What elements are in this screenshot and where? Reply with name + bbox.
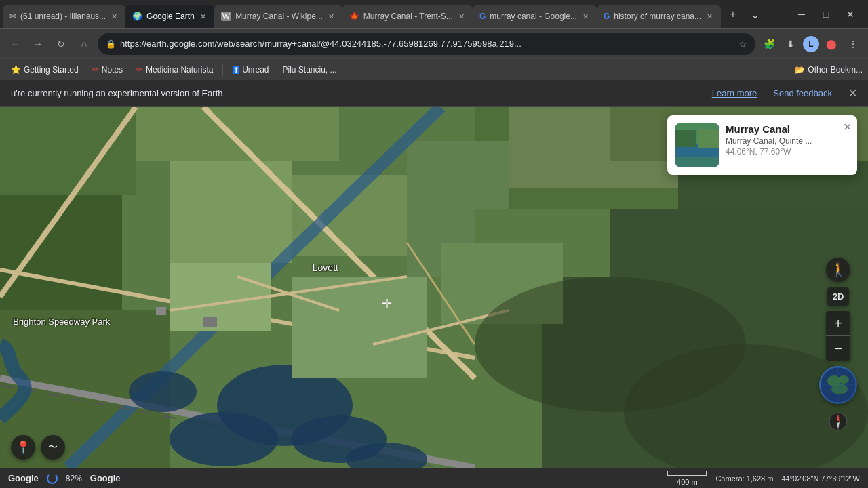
coordinates-display: 44°02'08"N 77°39'12"W bbox=[781, 474, 860, 483]
google-logo-status: Google bbox=[8, 473, 39, 483]
tab-trent-title: Murray Canal - Trent-S... bbox=[363, 12, 453, 21]
bookmark-unread[interactable]: f Unread bbox=[227, 64, 274, 76]
tab-earth-favicon: 🌍 bbox=[132, 12, 142, 21]
tab-wiki-close[interactable]: ✕ bbox=[327, 11, 336, 22]
maximize-button[interactable]: □ bbox=[816, 5, 835, 24]
close-window-button[interactable]: ✕ bbox=[841, 5, 860, 24]
bookmark-pilu[interactable]: Pilu Stanciu, ... bbox=[277, 64, 342, 76]
reload-button[interactable]: ↻ bbox=[52, 35, 71, 54]
info-card-content: Murray Canal Murray Canal, Quinte ... 44… bbox=[726, 123, 849, 157]
bookmark-notes[interactable]: ✏ Notes bbox=[87, 64, 128, 76]
url-display: https://earth.google.com/web/search/murr… bbox=[120, 39, 734, 49]
zoom-in-button[interactable]: + bbox=[826, 311, 850, 336]
status-bar: Google 82% Google 400 m Camera: 1,628 m … bbox=[0, 468, 868, 488]
other-bookmarks[interactable]: 📂 Other Bookm... bbox=[795, 65, 863, 75]
map-container[interactable]: Lovett Brighton Speedway Park Murray Can… bbox=[0, 107, 868, 468]
map-controls-right: 🚶 2D + − bbox=[819, 258, 857, 434]
info-card-close-button[interactable]: ✕ bbox=[843, 121, 852, 134]
tab-earth-close[interactable]: ✕ bbox=[199, 11, 208, 22]
svg-rect-25 bbox=[292, 277, 427, 378]
new-tab-button[interactable]: + bbox=[724, 5, 743, 24]
tab-email-close[interactable]: ✕ bbox=[110, 11, 119, 22]
view-2d-button[interactable]: 2D bbox=[827, 287, 850, 306]
tab-murray-wiki[interactable]: W Murray Canal - Wikipe... ✕ bbox=[214, 5, 342, 28]
bookmarks-bar: ⭐ Getting Started ✏ Notes ✏ Medicina Nat… bbox=[0, 58, 868, 80]
notification-bar: u're currently running an experimental v… bbox=[0, 80, 868, 107]
scale-bar: 400 m bbox=[667, 471, 707, 486]
svg-rect-2 bbox=[136, 107, 339, 161]
tab-murray-trent[interactable]: 🍁 Murray Canal - Trent-S... ✕ bbox=[342, 5, 473, 28]
tab-g2-close[interactable]: ✕ bbox=[705, 11, 714, 22]
scale-label: 400 m bbox=[677, 478, 698, 486]
compass-button[interactable] bbox=[826, 409, 850, 434]
svg-rect-28 bbox=[203, 317, 217, 327]
zoom-level-display: 82% bbox=[66, 474, 82, 483]
tab-trent-favicon: 🍁 bbox=[349, 12, 359, 21]
bookmark-medicina-icon: ✏ bbox=[136, 65, 143, 75]
tab-bar: ✉ (61 unread) - lilianaus... ✕ 🌍 Google … bbox=[0, 0, 868, 28]
loading-indicator bbox=[47, 473, 58, 484]
info-card-coords: 44.06°N, 77.60°W bbox=[726, 147, 849, 157]
tab-google-earth[interactable]: 🌍 Google Earth ✕ bbox=[125, 5, 214, 28]
bookmark-medicina[interactable]: ✏ Medicina Naturista bbox=[131, 64, 218, 76]
nav-right-controls: 🧩 ⬇ L ⬤ ⋮ bbox=[760, 35, 863, 54]
location-button[interactable]: 📍 bbox=[11, 435, 35, 460]
back-button[interactable]: ← bbox=[5, 35, 24, 54]
bookmark-getting-started[interactable]: ⭐ Getting Started bbox=[5, 64, 84, 76]
svg-point-46 bbox=[831, 384, 848, 394]
bookmark-getting-started-icon: ⭐ bbox=[11, 65, 21, 75]
navigation-bar: ← → ↻ ⌂ 🔒 https://earth.google.com/web/s… bbox=[0, 28, 868, 58]
firefox-icon[interactable]: ⬤ bbox=[822, 35, 841, 54]
minimize-button[interactable]: ─ bbox=[792, 5, 811, 24]
svg-rect-40 bbox=[675, 130, 696, 147]
tab-google-search2[interactable]: G history of murray cana... ✕ bbox=[597, 5, 721, 28]
home-button[interactable]: ⌂ bbox=[75, 35, 94, 54]
info-card-header: Murray Canal Murray Canal, Quinte ... 44… bbox=[675, 123, 849, 167]
street-view-button[interactable]: 🚶 bbox=[826, 258, 850, 282]
send-feedback-button[interactable]: Send feedback bbox=[773, 88, 832, 98]
bookmark-unread-icon: f bbox=[233, 66, 239, 74]
tab-email[interactable]: ✉ (61 unread) - lilianaus... ✕ bbox=[3, 5, 125, 28]
measure-button[interactable]: 〜 bbox=[41, 435, 65, 460]
other-bookmarks-label: Other Bookm... bbox=[808, 65, 863, 75]
bookmark-medicina-label: Medicina Naturista bbox=[146, 65, 213, 75]
compass-icon bbox=[829, 412, 848, 431]
info-card-thumbnail bbox=[675, 123, 719, 167]
svg-point-22 bbox=[129, 371, 197, 412]
tab-g1-close[interactable]: ✕ bbox=[581, 11, 590, 22]
scale-line bbox=[667, 471, 707, 476]
bookmark-notes-icon: ✏ bbox=[92, 65, 99, 75]
tab-trent-close[interactable]: ✕ bbox=[457, 11, 466, 22]
address-bar[interactable]: 🔒 https://earth.google.com/web/search/mu… bbox=[98, 33, 755, 55]
bookmark-star-icon[interactable]: ☆ bbox=[738, 39, 747, 49]
camera-altitude: Camera: 1,628 m bbox=[715, 474, 773, 483]
forward-button[interactable]: → bbox=[28, 35, 47, 54]
svg-point-45 bbox=[838, 375, 849, 384]
info-card-title: Murray Canal bbox=[726, 123, 849, 135]
tab-g1-favicon: G bbox=[479, 12, 486, 21]
bookmark-getting-started-label: Getting Started bbox=[24, 65, 79, 75]
notification-close-button[interactable]: ✕ bbox=[848, 87, 857, 100]
svg-rect-41 bbox=[698, 129, 719, 148]
svg-rect-39 bbox=[675, 157, 719, 167]
tab-g2-favicon: G bbox=[604, 12, 610, 21]
tab-g1-title: murray canal - Google... bbox=[490, 12, 577, 21]
globe-icon bbox=[819, 366, 857, 404]
learn-more-link[interactable]: Learn more bbox=[712, 88, 757, 98]
zoom-controls: + − bbox=[826, 311, 850, 361]
bookmark-pilu-label: Pilu Stanciu, ... bbox=[282, 65, 336, 75]
tab-list-button[interactable]: ⌄ bbox=[745, 5, 764, 24]
tab-wiki-favicon: W bbox=[221, 12, 231, 21]
tab-wiki-title: Murray Canal - Wikipe... bbox=[235, 12, 323, 21]
profile-button[interactable]: L bbox=[803, 36, 819, 52]
download-button[interactable]: ⬇ bbox=[781, 35, 800, 54]
menu-button[interactable]: ⋮ bbox=[844, 35, 863, 54]
globe-button[interactable] bbox=[819, 366, 857, 404]
lock-icon: 🔒 bbox=[106, 39, 116, 49]
zoom-out-button[interactable]: − bbox=[826, 336, 850, 361]
tab-g2-title: history of murray cana... bbox=[614, 12, 701, 21]
tab-email-title: (61 unread) - lilianaus... bbox=[20, 12, 106, 21]
map-controls-left: 📍 〜 bbox=[11, 435, 65, 460]
extensions-button[interactable]: 🧩 bbox=[760, 35, 778, 54]
tab-google-search1[interactable]: G murray canal - Google... ✕ bbox=[473, 5, 597, 28]
